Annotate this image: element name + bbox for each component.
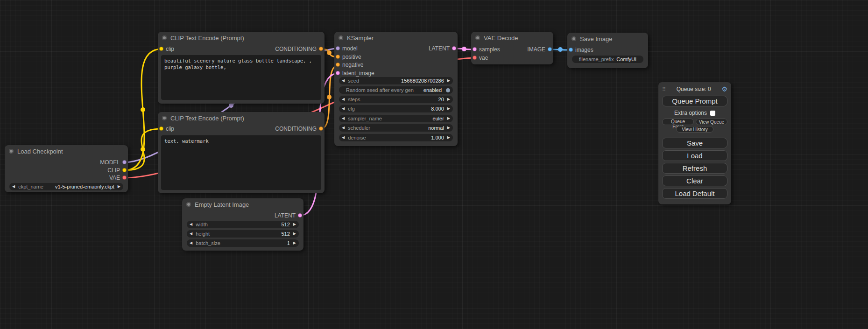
node-header[interactable]: KSampler — [334, 32, 458, 44]
input-slot-images[interactable]: images — [567, 46, 648, 54]
output-slot-image[interactable]: IMAGE — [471, 46, 553, 53]
arrow-left-icon[interactable]: ◀ — [190, 230, 192, 238]
arrow-left-icon[interactable]: ◀ — [342, 105, 345, 112]
widget-scheduler[interactable]: ◀ scheduler normal ▶ — [339, 124, 453, 132]
collapse-dot[interactable] — [475, 35, 480, 40]
widget-random-seed-toggle[interactable]: Random seed after every gen enabled — [339, 86, 453, 94]
node-header[interactable]: Empty Latent Image — [182, 198, 303, 210]
widget-seed[interactable]: ◀ seed 156680208700286 ▶ — [339, 77, 453, 84]
arrow-left-icon[interactable]: ◀ — [342, 115, 345, 122]
save-button[interactable]: Save — [662, 138, 727, 148]
queue-front-button[interactable]: Queue Front — [662, 119, 694, 125]
prompt-textarea[interactable]: beautiful scenery nature glass bottle la… — [161, 55, 321, 100]
arrow-left-icon[interactable]: ◀ — [342, 96, 345, 103]
arrow-right-icon[interactable]: ▶ — [118, 183, 120, 190]
arrow-right-icon[interactable]: ▶ — [293, 221, 296, 228]
model-slot-dot[interactable] — [122, 160, 127, 164]
node-clip-text-encode-positive[interactable]: CLIP Text Encode (Prompt) clip CONDITION… — [158, 32, 325, 104]
slot-label: CONDITIONING — [275, 46, 317, 52]
image-slot-dot[interactable] — [569, 48, 573, 52]
node-header[interactable]: CLIP Text Encode (Prompt) — [158, 112, 325, 124]
arrow-right-icon[interactable]: ▶ — [447, 115, 450, 122]
input-slot-latent-image[interactable]: latent_image — [334, 70, 458, 77]
input-slot-vae[interactable]: vae — [471, 54, 553, 62]
node-header[interactable]: CLIP Text Encode (Prompt) — [158, 32, 325, 44]
collapse-dot[interactable] — [572, 36, 576, 41]
conditioning-slot-dot[interactable] — [319, 47, 323, 51]
output-slot-vae[interactable]: VAE — [5, 174, 128, 182]
conditioning-slot-dot[interactable] — [336, 55, 340, 59]
node-clip-text-encode-negative[interactable]: CLIP Text Encode (Prompt) clip CONDITION… — [158, 112, 325, 193]
view-queue-button[interactable]: View Queue — [696, 119, 727, 125]
node-load-checkpoint[interactable]: Load Checkpoint MODEL CLIP VAE ◀ ckpt_na… — [5, 145, 128, 192]
comfyui-canvas[interactable]: { "app": { "name": "ComfyUI node graph" … — [0, 0, 868, 329]
vae-slot-dot[interactable] — [122, 175, 127, 180]
collapse-dot[interactable] — [9, 149, 14, 154]
clear-button[interactable]: Clear — [662, 175, 727, 186]
input-slot-positive[interactable]: positive — [334, 53, 458, 61]
load-button[interactable]: Load — [662, 150, 727, 161]
node-vae-decode[interactable]: VAE Decode samples vae IMAGE — [471, 32, 553, 64]
toggle-dot[interactable] — [446, 88, 450, 92]
node-ksampler[interactable]: KSampler model positive negative latent_… — [334, 32, 458, 146]
node-header[interactable]: Save Image — [567, 33, 648, 45]
collapse-dot[interactable] — [186, 202, 191, 207]
node-save-image[interactable]: Save Image images filename_prefix ComfyU… — [567, 33, 648, 68]
arrow-left-icon[interactable]: ◀ — [342, 124, 345, 132]
latent-slot-dot[interactable] — [336, 71, 340, 75]
widget-filename-prefix[interactable]: filename_prefix ComfyUI — [572, 56, 643, 63]
widget-name: sampler_name — [348, 116, 432, 121]
arrow-right-icon[interactable]: ▶ — [447, 77, 450, 84]
output-slot-model[interactable]: MODEL — [5, 159, 128, 166]
arrow-left-icon[interactable]: ◀ — [190, 239, 192, 247]
vae-slot-dot[interactable] — [473, 56, 477, 60]
arrow-right-icon[interactable]: ▶ — [447, 124, 450, 132]
conditioning-slot-dot[interactable] — [336, 63, 340, 67]
extra-options-checkbox[interactable] — [710, 111, 715, 116]
node-empty-latent-image[interactable]: Empty Latent Image LATENT ◀ width 512 ▶ … — [182, 198, 303, 251]
arrow-left-icon[interactable]: ◀ — [342, 134, 345, 141]
drag-handle-icon[interactable]: ⠿ — [662, 86, 666, 92]
queue-panel[interactable]: ⠿ Queue size: 0 ⚙ Queue Prompt Extra opt… — [658, 82, 731, 204]
arrow-left-icon[interactable]: ◀ — [12, 183, 15, 190]
node-header[interactable]: Load Checkpoint — [5, 145, 128, 157]
arrow-right-icon[interactable]: ▶ — [447, 96, 450, 103]
conditioning-slot-dot[interactable] — [319, 126, 323, 131]
latent-slot-dot[interactable] — [452, 46, 456, 50]
widget-ckpt-name[interactable]: ◀ ckpt_name v1-5-pruned-emaonly.ckpt ▶ — [9, 183, 123, 190]
widget-denoise[interactable]: ◀ denoise 1.000 ▶ — [339, 134, 453, 141]
image-slot-dot[interactable] — [548, 47, 552, 51]
output-slot-conditioning[interactable]: CONDITIONING — [158, 125, 325, 133]
arrow-right-icon[interactable]: ▶ — [293, 239, 296, 247]
clip-slot-dot[interactable] — [122, 168, 127, 172]
collapse-dot[interactable] — [162, 116, 167, 120]
arrow-left-icon[interactable]: ◀ — [190, 221, 192, 228]
widget-sampler-name[interactable]: ◀ sampler_name euler ▶ — [339, 115, 453, 122]
arrow-right-icon[interactable]: ▶ — [447, 134, 450, 141]
output-slot-latent[interactable]: LATENT — [182, 212, 303, 219]
slot-label: latent_image — [342, 70, 374, 77]
widget-batch-size[interactable]: ◀ batch_size 1 ▶ — [187, 239, 299, 247]
queue-prompt-button[interactable]: Queue Prompt — [662, 96, 727, 106]
widget-steps[interactable]: ◀ steps 20 ▶ — [339, 96, 453, 103]
widget-height[interactable]: ◀ height 512 ▶ — [187, 230, 299, 238]
widget-name: batch_size — [196, 240, 287, 246]
input-slot-negative[interactable]: negative — [334, 61, 458, 69]
view-history-button[interactable]: View History — [676, 126, 713, 133]
latent-slot-dot[interactable] — [298, 213, 302, 217]
arrow-left-icon[interactable]: ◀ — [342, 77, 345, 84]
collapse-dot[interactable] — [339, 35, 343, 40]
refresh-button[interactable]: Refresh — [662, 163, 727, 174]
output-slot-conditioning[interactable]: CONDITIONING — [158, 45, 325, 53]
widget-cfg[interactable]: ◀ cfg 8.000 ▶ — [339, 105, 453, 112]
collapse-dot[interactable] — [162, 35, 167, 40]
gear-icon[interactable]: ⚙ — [721, 85, 727, 93]
prompt-textarea[interactable]: text, watermark — [161, 135, 321, 190]
output-slot-latent[interactable]: LATENT — [334, 45, 458, 52]
output-slot-clip[interactable]: CLIP — [5, 167, 128, 174]
load-default-button[interactable]: Load Default — [662, 188, 727, 199]
widget-width[interactable]: ◀ width 512 ▶ — [187, 221, 299, 228]
node-header[interactable]: VAE Decode — [471, 32, 553, 44]
arrow-right-icon[interactable]: ▶ — [447, 105, 450, 112]
arrow-right-icon[interactable]: ▶ — [293, 230, 296, 238]
